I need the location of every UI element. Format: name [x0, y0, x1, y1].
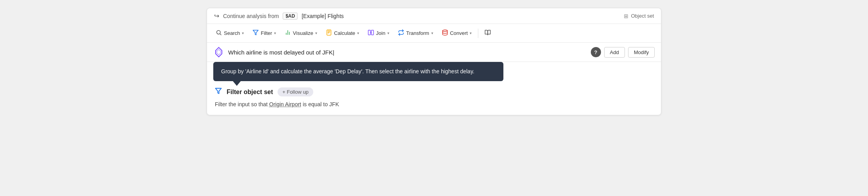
- top-bar: ↪ Continue analysis from $AD [Example] F…: [207, 8, 661, 24]
- filter-icon: [252, 29, 259, 37]
- transform-button[interactable]: Transform ▾: [394, 27, 437, 39]
- svg-rect-11: [371, 30, 373, 35]
- search-button[interactable]: Search ▾: [212, 27, 248, 39]
- main-panel: ↪ Continue analysis from $AD [Example] F…: [207, 8, 661, 115]
- result-area: Filter object set + Follow up Filter the…: [207, 81, 661, 115]
- continue-arrow-icon: ↪: [214, 12, 219, 20]
- convert-chevron-icon: ▾: [470, 31, 472, 35]
- search-chevron-icon: ▾: [242, 31, 244, 35]
- dataset-name: [Example] Flights: [301, 13, 343, 19]
- top-bar-left: ↪ Continue analysis from $AD [Example] F…: [214, 12, 344, 20]
- result-desc-text: Filter the input so that: [215, 101, 268, 107]
- query-input[interactable]: Which airline is most delayed out of JFK: [228, 49, 587, 56]
- follow-up-button[interactable]: + Follow up: [278, 87, 313, 96]
- filter-button[interactable]: Filter ▾: [249, 27, 280, 39]
- svg-line-1: [220, 34, 221, 35]
- tooltip-box: Group by 'Airline Id' and calculate the …: [213, 62, 503, 81]
- search-area: Which airline is most delayed out of JFK…: [207, 43, 661, 62]
- search-label: Search: [224, 30, 240, 36]
- filter-chevron-icon: ▾: [274, 31, 276, 35]
- transform-chevron-icon: ▾: [431, 31, 433, 35]
- result-title: Filter object set: [227, 89, 273, 96]
- book-icon: [485, 29, 491, 37]
- search-icon: [216, 29, 222, 37]
- calculate-chevron-icon: ▾: [357, 31, 359, 35]
- result-filter-icon: [215, 87, 222, 96]
- visualize-label: Visualize: [293, 30, 313, 36]
- svg-marker-15: [217, 49, 221, 55]
- object-set-icon: ⊞: [624, 13, 628, 19]
- calculate-label: Calculate: [334, 30, 355, 36]
- join-icon: [368, 29, 374, 37]
- result-highlight-text: Origin Airport: [269, 101, 301, 107]
- visualize-chevron-icon: ▾: [315, 31, 317, 35]
- book-button[interactable]: [481, 27, 495, 39]
- join-chevron-icon: ▾: [387, 31, 389, 35]
- convert-label: Convert: [450, 30, 468, 36]
- toolbar-divider: [478, 29, 478, 38]
- svg-marker-2: [253, 30, 258, 35]
- toolbar: Search ▾ Filter ▾ Visualize ▾: [207, 24, 661, 43]
- result-description: Filter the input so that Origin Airport …: [215, 100, 653, 109]
- search-actions: ? Add Modify: [591, 47, 655, 58]
- add-button[interactable]: Add: [604, 47, 625, 58]
- result-desc-end: is equal to JFK: [303, 101, 339, 107]
- convert-button[interactable]: Convert ▾: [438, 27, 476, 39]
- top-bar-right: ⊞ Object set: [624, 13, 654, 19]
- join-label: Join: [376, 30, 385, 36]
- sad-badge: $AD: [283, 13, 298, 20]
- object-set-label: Object set: [631, 13, 654, 19]
- svg-point-13: [443, 30, 447, 31]
- modify-button[interactable]: Modify: [628, 47, 655, 58]
- svg-rect-10: [368, 30, 370, 35]
- result-header: Filter object set + Follow up: [215, 87, 653, 96]
- calculate-button[interactable]: Calculate ▾: [322, 27, 363, 39]
- tooltip-container: Group by 'Airline Id' and calculate the …: [207, 62, 661, 81]
- svg-marker-16: [216, 88, 222, 94]
- tooltip-arrow: [233, 81, 241, 86]
- join-button[interactable]: Join ▾: [364, 27, 393, 39]
- visualize-icon: [285, 29, 291, 37]
- transform-icon: [398, 29, 404, 37]
- ai-icon: [213, 47, 224, 58]
- tooltip-text: Group by 'Airline Id' and calculate the …: [221, 68, 474, 74]
- calculate-icon: [326, 29, 332, 37]
- help-button[interactable]: ?: [591, 47, 601, 57]
- transform-label: Transform: [406, 30, 429, 36]
- visualize-button[interactable]: Visualize ▾: [281, 27, 321, 39]
- convert-icon: [442, 29, 448, 37]
- continue-label: Continue analysis from: [223, 13, 279, 19]
- filter-label: Filter: [261, 30, 272, 36]
